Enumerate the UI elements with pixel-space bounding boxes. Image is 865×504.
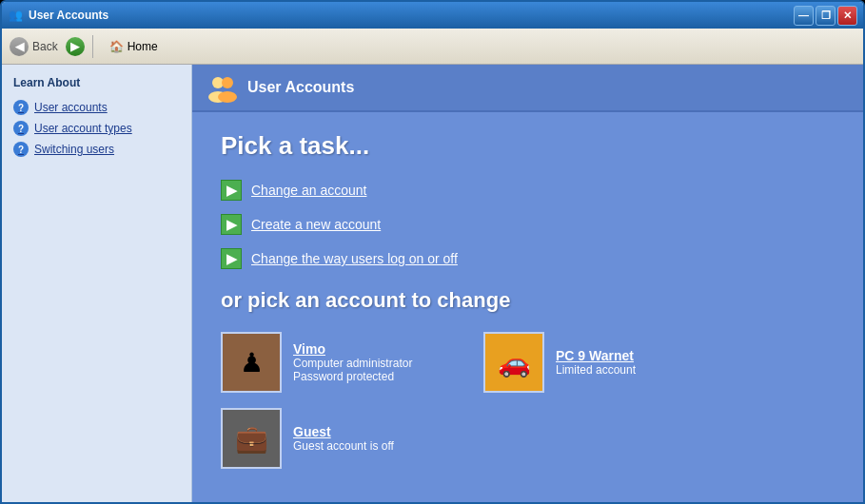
account-avatar-guest: 💼 <box>221 408 282 469</box>
pick-task-title: Pick a task... <box>221 131 835 161</box>
home-icon: 🏠 <box>109 40 124 53</box>
account-type-guest: Guest account is off <box>293 439 394 453</box>
window-icon: 👥 <box>8 8 23 23</box>
toolbar-separator <box>92 35 93 58</box>
sidebar-section-title: Learn About <box>10 76 184 89</box>
task-arrow-1: ▶ <box>221 180 242 201</box>
account-name-pc9: PC 9 Warnet <box>556 348 636 363</box>
task-label-2: Create a new account <box>251 217 381 232</box>
title-bar-buttons: — ❐ ✕ <box>794 6 857 26</box>
help-icon-2: ? <box>13 121 29 136</box>
window: 👥 User Accounts — ❐ ✕ ◀ Back ▶ 🏠 Home Le… <box>0 0 865 504</box>
help-icon-3: ? <box>13 142 29 157</box>
account-card-guest[interactable]: 💼 Guest Guest account is off <box>221 408 468 469</box>
toolbar: ◀ Back ▶ 🏠 Home <box>2 29 863 65</box>
svg-point-3 <box>218 91 237 103</box>
account-avatar-vimo: ♟ <box>221 332 282 393</box>
account-card-pc9[interactable]: 🚗 PC 9 Warnet Limited account <box>483 332 731 393</box>
title-bar-left: 👥 User Accounts <box>8 8 108 23</box>
briefcase-icon: 💼 <box>223 410 280 467</box>
sidebar-label-2: User account types <box>34 122 132 135</box>
content-header: User Accounts <box>192 65 863 112</box>
close-button[interactable]: ✕ <box>837 6 857 26</box>
sidebar-item-user-account-types[interactable]: ? User account types <box>10 118 184 139</box>
minimize-button[interactable]: — <box>794 6 814 26</box>
help-icon-1: ? <box>13 100 29 115</box>
task-arrow-2: ▶ <box>221 214 242 235</box>
task-logon-options[interactable]: ▶ Change the way users log on or off <box>221 248 835 269</box>
home-label: Home <box>128 40 158 53</box>
task-label-3: Change the way users log on or off <box>251 251 458 266</box>
title-bar: 👥 User Accounts — ❐ ✕ <box>2 2 863 29</box>
chess-icon: ♟ <box>223 334 280 391</box>
svg-point-1 <box>222 77 233 88</box>
back-button[interactable]: ◀ <box>10 37 29 56</box>
task-create-account[interactable]: ▶ Create a new account <box>221 214 835 235</box>
task-arrow-3: ▶ <box>221 248 242 269</box>
main-content: Learn About ? User accounts ? User accou… <box>2 65 863 502</box>
header-users-icon <box>207 72 238 103</box>
account-type-vimo: Computer administrator <box>293 357 412 370</box>
sidebar-label-1: User accounts <box>34 101 108 114</box>
account-avatar-pc9: 🚗 <box>483 332 544 393</box>
right-content: User Accounts Pick a task... ▶ Change an… <box>192 65 863 502</box>
sidebar-label-3: Switching users <box>34 143 114 156</box>
restore-button[interactable]: ❐ <box>816 6 836 26</box>
task-label-1: Change an account <box>251 183 366 198</box>
content-body: Pick a task... ▶ Change an account ▶ Cre… <box>192 112 863 502</box>
task-change-account[interactable]: ▶ Change an account <box>221 180 835 201</box>
account-info-pc9: PC 9 Warnet Limited account <box>556 348 636 377</box>
home-button[interactable]: 🏠 Home <box>101 36 167 57</box>
account-info-vimo: Vimo Computer administrator Password pro… <box>293 341 412 383</box>
window-title: User Accounts <box>29 9 108 22</box>
forward-button[interactable]: ▶ <box>66 37 85 56</box>
pick-account-title: or pick an account to change <box>221 288 835 313</box>
sidebar: Learn About ? User accounts ? User accou… <box>2 65 192 502</box>
account-status-vimo: Password protected <box>293 370 412 383</box>
account-name-guest: Guest <box>293 424 394 439</box>
account-card-vimo[interactable]: ♟ Vimo Computer administrator Password p… <box>221 332 468 393</box>
content-header-title: User Accounts <box>247 79 354 96</box>
accounts-grid: ♟ Vimo Computer administrator Password p… <box>221 332 835 469</box>
account-info-guest: Guest Guest account is off <box>293 424 394 453</box>
back-label: Back <box>32 40 58 53</box>
car-icon: 🚗 <box>485 334 542 391</box>
sidebar-item-user-accounts[interactable]: ? User accounts <box>10 97 184 118</box>
account-name-vimo: Vimo <box>293 341 412 357</box>
account-type-pc9: Limited account <box>556 363 636 377</box>
sidebar-item-switching-users[interactable]: ? Switching users <box>10 139 184 160</box>
